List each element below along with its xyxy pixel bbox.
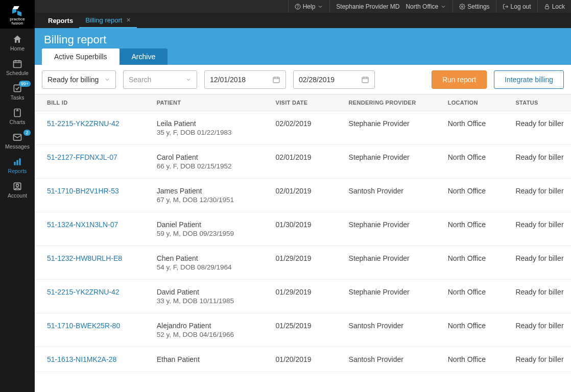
col-status[interactable]: STATUS bbox=[508, 94, 571, 111]
page-header: Billing report Active Superbills Archive bbox=[35, 28, 571, 65]
status: Ready for biller bbox=[508, 212, 571, 246]
svg-rect-18 bbox=[16, 160, 18, 165]
status-select[interactable]: Ready for billing bbox=[42, 70, 116, 89]
date-to-value: 02/28/2019 bbox=[299, 76, 335, 84]
visit-date: 01/30/2019 bbox=[269, 212, 342, 246]
close-tab-icon[interactable]: ✕ bbox=[126, 17, 131, 23]
help-label: Help bbox=[303, 3, 316, 10]
charts-icon bbox=[12, 108, 22, 118]
results-table: BILL ID PATIENT VISIT DATE RENDERING PRO… bbox=[35, 94, 571, 372]
breadcrumb-root[interactable]: Reports bbox=[42, 13, 79, 28]
patient-detail: 67 y, M, DOB 12/30/1951 bbox=[157, 196, 261, 204]
account-icon bbox=[12, 181, 22, 191]
user-label: Stephanie Provider MD bbox=[336, 3, 399, 10]
tab-active-superbills[interactable]: Active Superbills bbox=[42, 48, 120, 65]
logout-label: Log out bbox=[511, 3, 531, 10]
sidebar-item-label: Messages bbox=[5, 143, 30, 150]
table-row: 51-2215-YK2ZRNU-42 Leila Patient35 y, F,… bbox=[35, 111, 571, 145]
search-select[interactable]: Search bbox=[123, 70, 197, 89]
visit-date: 02/01/2019 bbox=[269, 145, 342, 179]
svg-rect-26 bbox=[362, 77, 368, 83]
patient-detail: 54 y, F, DOB 08/29/1964 bbox=[157, 263, 261, 271]
location: North Office bbox=[441, 347, 509, 372]
messages-icon bbox=[12, 132, 22, 142]
svg-point-1 bbox=[297, 8, 298, 8]
sidebar-item-charts[interactable]: Charts bbox=[0, 104, 35, 129]
table-row: 51-1232-HW8URLH-E8 Chen Patient54 y, F, … bbox=[35, 246, 571, 280]
date-from-value: 12/01/2018 bbox=[210, 76, 246, 84]
visit-date: 01/25/2019 bbox=[269, 313, 342, 347]
sidebar-item-label: Reports bbox=[8, 168, 27, 174]
table-row: 51-1324-NX1N3LN-07 Daniel Patient59 y, M… bbox=[35, 212, 571, 246]
logout-icon bbox=[503, 4, 509, 10]
svg-rect-8 bbox=[14, 61, 21, 67]
status: Ready for biller bbox=[508, 246, 571, 280]
home-icon bbox=[12, 34, 22, 44]
integrate-billing-button[interactable]: Integrate billing bbox=[494, 70, 564, 89]
location: North Office bbox=[441, 212, 509, 246]
patient-detail: 33 y, M, DOB 10/11/1985 bbox=[157, 297, 261, 305]
table-row: 51-1613-NI1MK2A-28 Ethan Patient 01/20/2… bbox=[35, 347, 571, 372]
col-provider[interactable]: RENDERING PROVIDER bbox=[342, 94, 441, 111]
rendering-provider: Santosh Provider bbox=[342, 313, 441, 347]
visit-date: 02/01/2019 bbox=[269, 179, 342, 212]
col-patient[interactable]: PATIENT bbox=[150, 94, 269, 111]
patient-detail: 59 y, M, DOB 09/23/1959 bbox=[157, 230, 261, 237]
svg-point-21 bbox=[16, 184, 19, 187]
svg-rect-7 bbox=[12, 6, 19, 9]
svg-rect-22 bbox=[273, 77, 279, 83]
visit-date: 01/29/2019 bbox=[269, 280, 342, 313]
reports-icon bbox=[12, 157, 22, 167]
sidebar-item-home[interactable]: Home bbox=[0, 31, 35, 55]
status: Ready for biller bbox=[508, 313, 571, 347]
sidebar-item-messages[interactable]: Messages 2 bbox=[0, 129, 35, 153]
run-report-button[interactable]: Run report bbox=[432, 70, 487, 89]
table-row: 51-2127-FFDNXJL-07 Carol Patient66 y, F,… bbox=[35, 145, 571, 179]
logout-link[interactable]: Log out bbox=[496, 0, 537, 13]
col-bill-id[interactable]: BILL ID bbox=[35, 94, 150, 111]
office-label: North Office bbox=[406, 3, 438, 10]
breadcrumb-tab-label: Billing report bbox=[85, 16, 122, 24]
office-menu[interactable]: North Office bbox=[406, 0, 453, 13]
help-menu[interactable]: Help bbox=[288, 0, 330, 13]
sidebar-item-schedule[interactable]: Schedule bbox=[0, 55, 35, 80]
svg-point-2 bbox=[462, 6, 463, 7]
status: Ready for biller bbox=[508, 145, 571, 179]
location: North Office bbox=[441, 280, 509, 313]
sidebar-item-tasks[interactable]: Tasks 99+ bbox=[0, 80, 35, 104]
settings-label: Settings bbox=[467, 3, 489, 10]
date-to-input[interactable]: 02/28/2019 bbox=[293, 70, 375, 89]
sidebar-item-label: Account bbox=[8, 192, 27, 199]
location: North Office bbox=[441, 179, 509, 212]
sidebar-item-account[interactable]: Account bbox=[0, 178, 35, 202]
sidebar: practicefusion Home Schedule Tasks 99+ C… bbox=[0, 0, 35, 392]
patient-name: Daniel Patient bbox=[157, 220, 261, 229]
results-table-wrap[interactable]: BILL ID PATIENT VISIT DATE RENDERING PRO… bbox=[35, 94, 571, 392]
svg-rect-4 bbox=[545, 6, 549, 9]
col-visit-date[interactable]: VISIT DATE bbox=[269, 94, 342, 111]
rendering-provider: Stephanie Provider bbox=[342, 246, 441, 280]
sidebar-item-reports[interactable]: Reports bbox=[0, 153, 35, 178]
svg-rect-19 bbox=[19, 158, 20, 165]
user-menu[interactable]: Stephanie Provider MD bbox=[329, 0, 406, 13]
bill-id-link[interactable]: 51-1324-NX1N3LN-07 bbox=[47, 220, 118, 229]
date-from-input[interactable]: 12/01/2018 bbox=[204, 70, 286, 89]
bill-id-link[interactable]: 51-2215-YK2ZRNU-42 bbox=[47, 119, 120, 128]
rendering-provider: Stephanie Provider bbox=[342, 111, 441, 145]
bill-id-link[interactable]: 51-2215-YK2ZRNU-42 bbox=[47, 288, 120, 296]
breadcrumb-tab-billing-report[interactable]: Billing report ✕ bbox=[79, 13, 137, 28]
patient-detail: 66 y, F, DOB 02/15/1952 bbox=[157, 162, 261, 170]
schedule-icon bbox=[12, 59, 22, 69]
status-select-value: Ready for billing bbox=[47, 76, 99, 84]
bill-id-link[interactable]: 51-2127-FFDNXJL-07 bbox=[47, 153, 117, 161]
lock-link[interactable]: Lock bbox=[537, 0, 571, 13]
settings-link[interactable]: Settings bbox=[453, 0, 495, 13]
bill-id-link[interactable]: 51-1232-HW8URLH-E8 bbox=[47, 254, 122, 262]
brand-logo[interactable]: practicefusion bbox=[0, 0, 35, 29]
chevron-down-icon bbox=[104, 77, 110, 83]
bill-id-link[interactable]: 51-1613-NI1MK2A-28 bbox=[47, 355, 116, 363]
bill-id-link[interactable]: 51-1710-BH2V1HR-53 bbox=[47, 187, 119, 195]
tab-archive[interactable]: Archive bbox=[120, 48, 168, 65]
bill-id-link[interactable]: 51-1710-BWEK25R-80 bbox=[47, 322, 120, 330]
col-location[interactable]: LOCATION bbox=[441, 94, 509, 111]
